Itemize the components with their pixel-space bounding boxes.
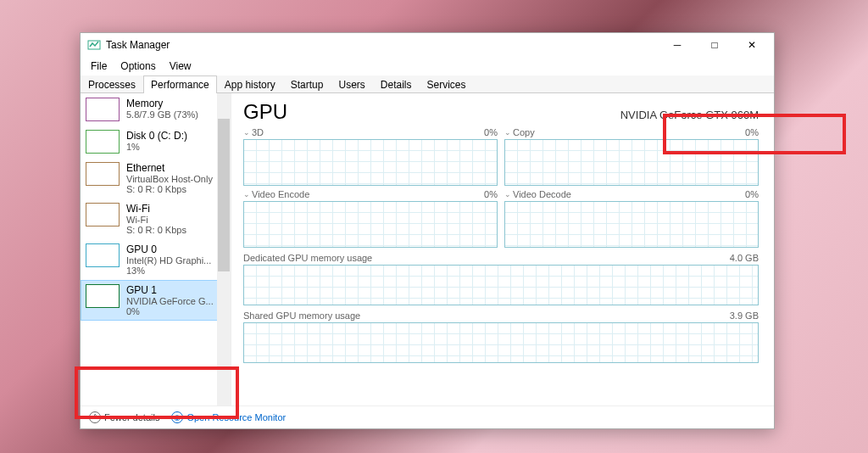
tab-startup[interactable]: Startup <box>283 76 331 93</box>
sidebar-item-sub2: 0% <box>126 306 214 316</box>
chevron-up-icon: ˄ <box>89 411 101 423</box>
chevron-down-icon: ⌄ <box>243 190 250 199</box>
fewer-details-button[interactable]: ˄ Fewer details <box>89 411 159 423</box>
open-resource-monitor-link[interactable]: ◉ Open Resource Monitor <box>171 411 286 423</box>
thumb-icon <box>86 130 120 154</box>
chart-dedicated-memory: Dedicated GPU memory usage4.0 GB <box>243 253 759 305</box>
content-area: Memory 5.8/7.9 GB (73%) Disk 0 (C: D:) 1… <box>81 93 774 405</box>
chart-area <box>243 201 498 248</box>
sidebar-item-sub: 1% <box>126 142 187 152</box>
chart-area <box>243 265 759 305</box>
menu-file[interactable]: File <box>84 59 114 74</box>
task-manager-window: Task Manager ─ □ ✕ File Options View Pro… <box>80 32 775 429</box>
sidebar-item-memory[interactable]: Memory 5.8/7.9 GB (73%) <box>81 93 231 126</box>
page-title: GPU <box>243 100 620 124</box>
main-panel: GPU NVIDIA GeForce GTX 960M ⌄3D0% ⌄Copy0… <box>231 93 774 405</box>
sidebar-item-label: GPU 0 <box>126 243 211 255</box>
footer: ˄ Fewer details ◉ Open Resource Monitor <box>81 405 774 428</box>
sidebar-item-sub: Wi-Fi <box>126 215 186 225</box>
chart-video-encode[interactable]: ⌄Video Encode0% <box>243 189 498 248</box>
thumb-icon <box>86 243 120 267</box>
window-title: Task Manager <box>106 39 170 51</box>
sidebar-item-sub2: S: 0 R: 0 Kbps <box>126 184 213 194</box>
sidebar-item-label: Wi-Fi <box>126 203 186 215</box>
tab-app-history[interactable]: App history <box>217 76 283 93</box>
tab-users[interactable]: Users <box>331 76 372 93</box>
chevron-down-icon: ⌄ <box>243 128 250 137</box>
monitor-icon: ◉ <box>171 411 183 423</box>
thumb-icon <box>86 284 120 308</box>
scrollbar[interactable] <box>217 93 231 405</box>
sidebar-item-label: Memory <box>126 98 198 109</box>
thumb-icon <box>86 98 120 121</box>
sidebar-item-disk0[interactable]: Disk 0 (C: D:) 1% <box>81 126 231 158</box>
menu-options[interactable]: Options <box>114 59 162 74</box>
close-button[interactable]: ✕ <box>733 33 771 57</box>
chart-area <box>243 139 498 186</box>
chevron-down-icon: ⌄ <box>504 128 511 137</box>
minimize-button[interactable]: ─ <box>659 33 696 57</box>
thumb-icon <box>86 162 120 186</box>
menu-view[interactable]: View <box>163 59 198 74</box>
menubar: File Options View <box>81 57 774 76</box>
sidebar-item-label: GPU 1 <box>126 284 214 296</box>
chart-area <box>504 139 759 186</box>
sidebar-item-sub2: 13% <box>126 266 211 276</box>
chart-shared-memory: Shared GPU memory usage3.9 GB <box>243 310 759 363</box>
tab-services[interactable]: Services <box>420 76 474 93</box>
sidebar-item-sub2: S: 0 R: 0 Kbps <box>126 225 186 235</box>
sidebar: Memory 5.8/7.9 GB (73%) Disk 0 (C: D:) 1… <box>81 93 231 405</box>
sidebar-item-sub: VirtualBox Host-Only <box>126 174 213 184</box>
sidebar-item-sub: Intel(R) HD Graphi... <box>126 255 211 266</box>
tab-strip: Processes Performance App history Startu… <box>81 76 774 93</box>
thumb-icon <box>86 203 120 226</box>
gpu-model-name: NVIDIA GeForce GTX 960M <box>620 109 759 121</box>
tab-processes[interactable]: Processes <box>81 76 143 93</box>
tab-details[interactable]: Details <box>373 76 420 93</box>
chart-video-decode[interactable]: ⌄Video Decode0% <box>504 189 759 248</box>
sidebar-item-label: Ethernet <box>126 162 213 174</box>
sidebar-item-ethernet[interactable]: Ethernet VirtualBox Host-Only S: 0 R: 0 … <box>81 158 231 199</box>
chart-area <box>243 322 759 363</box>
app-icon <box>87 38 101 52</box>
chart-3d[interactable]: ⌄3D0% <box>243 127 498 186</box>
sidebar-item-gpu0[interactable]: GPU 0 Intel(R) HD Graphi... 13% <box>81 239 231 280</box>
tab-performance[interactable]: Performance <box>143 76 217 93</box>
titlebar: Task Manager ─ □ ✕ <box>81 33 774 57</box>
chart-area <box>504 201 759 248</box>
scrollbar-thumb[interactable] <box>218 119 230 271</box>
sidebar-item-sub: NVIDIA GeForce G... <box>126 296 214 306</box>
chevron-down-icon: ⌄ <box>504 190 511 199</box>
sidebar-item-gpu1[interactable]: GPU 1 NVIDIA GeForce G... 0% <box>81 280 231 321</box>
maximize-button[interactable]: □ <box>696 33 733 57</box>
chart-copy[interactable]: ⌄Copy0% <box>504 127 759 186</box>
sidebar-item-label: Disk 0 (C: D:) <box>126 130 187 142</box>
sidebar-item-wifi[interactable]: Wi-Fi Wi-Fi S: 0 R: 0 Kbps <box>81 199 231 239</box>
sidebar-item-sub: 5.8/7.9 GB (73%) <box>126 109 198 120</box>
